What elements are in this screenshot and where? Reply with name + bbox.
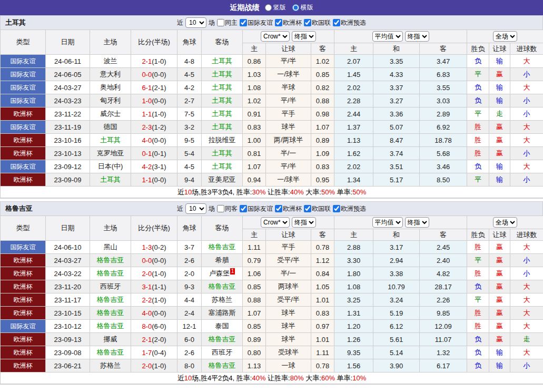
radio-horizontal-layout[interactable]: 横版 bbox=[292, 3, 313, 12]
match-score: 1-1(0-0) bbox=[131, 173, 177, 187]
result-wdl: 负 bbox=[467, 81, 489, 94]
eu-away-odds: 9.85 bbox=[420, 307, 467, 320]
eu-draw-odds: 3.17 bbox=[373, 241, 420, 254]
col-header-away: 客场 bbox=[202, 30, 243, 55]
result-wdl: 胜 bbox=[467, 241, 489, 254]
league-checkbox[interactable]: 欧洲杯 bbox=[275, 18, 302, 27]
summary-part: 50% bbox=[352, 188, 366, 196]
league-checkbox[interactable]: 欧国联 bbox=[304, 18, 331, 27]
ah-home-odds: 0.86 bbox=[243, 55, 266, 68]
fulltime-score: 6-1 bbox=[142, 84, 152, 92]
ah-away-odds: 0.85 bbox=[311, 68, 334, 81]
league-label: 欧国联 bbox=[312, 204, 331, 213]
eu-draw-odds: 3.51 bbox=[373, 160, 420, 173]
same-venue-input[interactable] bbox=[217, 19, 224, 26]
result-handicap: 输 bbox=[489, 346, 510, 359]
summary-part: 大率: bbox=[304, 374, 321, 382]
away-team: 希腊 bbox=[202, 254, 243, 267]
eu-draw-odds: 6.12 bbox=[373, 320, 420, 333]
ah-handicap: 半球 bbox=[266, 81, 311, 94]
subcol-header-eu-home: 主 bbox=[334, 229, 373, 241]
same-venue-checkbox[interactable]: 同主 bbox=[217, 18, 238, 27]
away-team: 拉脱维亚 bbox=[202, 134, 243, 147]
eu-home-odds: 3.30 bbox=[334, 254, 373, 267]
result-handicap: 赢 bbox=[489, 307, 510, 320]
ah-home-odds: 1.00 bbox=[243, 134, 266, 147]
result-handicap: 赢 bbox=[489, 320, 510, 333]
same-venue-checkbox[interactable]: 同客 bbox=[217, 204, 238, 213]
match-type-badge: 国际友谊 bbox=[1, 81, 46, 94]
halftime-score: (2-0) bbox=[152, 336, 166, 344]
league-checkbox[interactable]: 欧国联 bbox=[304, 204, 331, 213]
league-checkbox-input[interactable] bbox=[275, 19, 282, 26]
odds-stage-select-2[interactable]: 终指 bbox=[405, 31, 429, 42]
match-row: 国际友谊23-09-12日本(中)4-2(3-1)4-5土耳其1.07平/半0.… bbox=[1, 160, 543, 173]
fulltime-select[interactable]: 全场 bbox=[493, 217, 517, 228]
league-checkbox[interactable]: 欧洲预选 bbox=[333, 204, 366, 213]
ah-handicap: 两/两球半 bbox=[266, 134, 311, 147]
fulltime-score: 2-1 bbox=[142, 57, 152, 65]
eu-home-odds: 3.25 bbox=[334, 293, 373, 307]
league-checkbox[interactable]: 欧洲杯 bbox=[275, 204, 302, 213]
radio-horizontal-input[interactable] bbox=[292, 4, 299, 11]
result-wdl: 平 bbox=[467, 254, 489, 267]
league-checkbox-input[interactable] bbox=[333, 19, 340, 26]
league-checkbox[interactable]: 国际友谊 bbox=[240, 18, 273, 27]
result-wdl: 平 bbox=[467, 107, 489, 121]
same-venue-input[interactable] bbox=[217, 205, 224, 212]
league-label: 国际友谊 bbox=[248, 204, 273, 213]
halftime-score: (1-1) bbox=[152, 283, 166, 291]
home-team: 格鲁吉亚 bbox=[90, 254, 131, 267]
average-select[interactable]: 平均值 bbox=[372, 217, 403, 228]
home-team: 格鲁吉亚 bbox=[90, 307, 131, 320]
halftime-score: (1-0) bbox=[152, 296, 166, 304]
ah-away-odds: 1.12 bbox=[311, 254, 334, 267]
ah-handicap: 一/球半 bbox=[266, 173, 311, 187]
odds-stage-select-1[interactable]: 终指 bbox=[292, 31, 316, 42]
league-checkbox-input[interactable] bbox=[275, 205, 282, 212]
odds-stage-select-1[interactable]: 终指 bbox=[292, 217, 316, 228]
league-checkbox-input[interactable] bbox=[333, 205, 340, 212]
match-score: 4-0(0-0) bbox=[131, 134, 177, 147]
league-checkbox-input[interactable] bbox=[240, 19, 247, 26]
result-goals: 小 bbox=[510, 68, 543, 81]
radio-vertical-layout[interactable]: 竖版 bbox=[265, 3, 286, 12]
league-checkbox-input[interactable] bbox=[304, 205, 311, 212]
result-handicap: 赢 bbox=[489, 293, 510, 307]
bookmaker-select[interactable]: Crow* bbox=[261, 217, 290, 228]
header-group: 平均值终指 bbox=[334, 216, 467, 229]
league-checkbox[interactable]: 国际友谊 bbox=[240, 204, 273, 213]
eu-draw-odds: 3.37 bbox=[373, 81, 420, 94]
eu-away-odds: 2.45 bbox=[420, 241, 467, 254]
fulltime-select[interactable]: 全场 bbox=[493, 31, 517, 42]
match-row: 国际友谊24-06-05意大利0-0(0-0)4-5土耳其1.03一/球半0.8… bbox=[1, 68, 543, 81]
ah-handicap: 平/半 bbox=[266, 94, 311, 107]
league-checkbox-input[interactable] bbox=[240, 205, 247, 212]
ah-home-odds: 1.11 bbox=[243, 241, 266, 254]
away-team: 格鲁吉亚 bbox=[202, 333, 243, 346]
col-header-home: 主场 bbox=[90, 30, 131, 55]
eu-home-odds: 1.45 bbox=[334, 68, 373, 81]
result-handicap: 输 bbox=[489, 160, 510, 173]
league-checkbox[interactable]: 欧洲预选 bbox=[333, 18, 366, 27]
section-turkey: 土耳其近10场同主国际友谊欧洲杯欧国联欧洲预选类型日期主场比分(半场)角球客场C… bbox=[0, 15, 543, 199]
league-checkbox-input[interactable] bbox=[304, 19, 311, 26]
match-count-select[interactable]: 10 bbox=[185, 17, 206, 28]
bookmaker-select[interactable]: Crow* bbox=[261, 31, 290, 42]
match-type-badge: 欧洲杯 bbox=[1, 254, 46, 267]
halftime-score: (0-0) bbox=[152, 136, 166, 144]
radio-vertical-input[interactable] bbox=[265, 4, 272, 11]
match-count-select[interactable]: 10 bbox=[185, 203, 206, 214]
summary-part: 场,胜3平3负4, 胜率: bbox=[192, 188, 252, 196]
average-select[interactable]: 平均值 bbox=[372, 31, 403, 42]
eu-home-odds: 1.13 bbox=[334, 134, 373, 147]
fulltime-score: 4-2 bbox=[142, 163, 152, 171]
fulltime-score: 1-0 bbox=[142, 97, 152, 105]
ah-home-odds: 0.89 bbox=[243, 333, 266, 346]
odds-stage-select-2[interactable]: 终指 bbox=[405, 217, 429, 228]
ah-away-odds: 0.98 bbox=[311, 107, 334, 121]
match-type-badge: 欧洲杯 bbox=[1, 173, 46, 187]
summary-part: 60% bbox=[321, 374, 335, 382]
result-handicap: 赢 bbox=[489, 267, 510, 280]
result-goals: 大 bbox=[510, 121, 543, 134]
